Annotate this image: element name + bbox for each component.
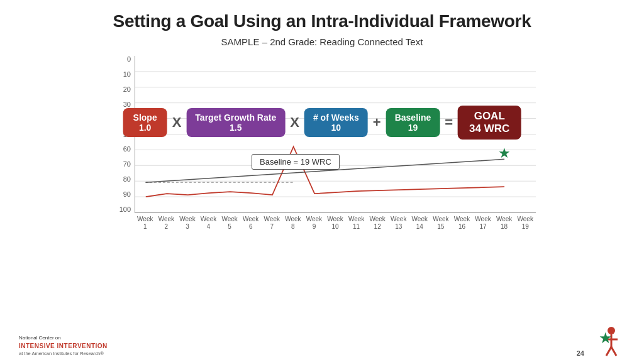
y-label-10: 10	[108, 71, 133, 78]
baseline-annotation: Baseline = 19 WRC	[252, 154, 340, 170]
op-plus: +	[373, 114, 381, 131]
y-label-60: 60	[108, 146, 133, 153]
x-label-17: Week17	[472, 216, 494, 231]
org-sub: at the American Institutes for Research®	[19, 351, 108, 358]
x-label-12: Week12	[367, 216, 388, 231]
x-label-7: Week7	[261, 216, 282, 231]
y-label-100: 100	[108, 206, 133, 213]
y-label-90: 90	[108, 191, 133, 198]
x-label-8: Week8	[282, 216, 304, 231]
y-label-80: 80	[108, 176, 133, 183]
x-label-13: Week13	[388, 216, 409, 231]
slope-label: Slope	[132, 112, 158, 123]
goal-label: GOAL	[469, 110, 509, 123]
weeks-label: # of Weeks	[313, 112, 359, 123]
x-label-6: Week6	[240, 216, 262, 231]
x-label-5: Week5	[219, 216, 240, 231]
footer-logo-text: National Center on INTENSIVE INTERVENTIO…	[19, 334, 108, 357]
x-label-1: Week1	[135, 216, 156, 231]
x-label-11: Week11	[346, 216, 367, 231]
tgr-label: Target Growth Rate	[195, 112, 276, 123]
weeks-value: 10	[313, 123, 359, 133]
x-label-14: Week14	[409, 216, 431, 231]
x-axis: Week1 Week2 Week3 Week4 Week5 Week6 Week…	[135, 213, 536, 238]
chart-title: SAMPLE – 2nd Grade: Reading Connected Te…	[221, 36, 423, 47]
x-label-16: Week16	[452, 216, 473, 231]
slide: Setting a Goal Using an Intra-Individual…	[0, 0, 644, 362]
y-label-0: 0	[108, 56, 133, 63]
y-label-70: 70	[108, 161, 133, 168]
svg-line-17	[611, 347, 616, 356]
formula-row: Slope 1.0 X Target Growth Rate 1.5 X # o…	[123, 106, 521, 140]
x-label-19: Week19	[514, 216, 536, 231]
baseline-formula-label: Baseline	[395, 112, 431, 123]
x-label-9: Week9	[304, 216, 325, 231]
x-labels: Week1 Week2 Week3 Week4 Week5 Week6 Week…	[135, 213, 536, 231]
x-label-3: Week3	[177, 216, 198, 231]
slope-box: Slope 1.0	[123, 108, 167, 137]
goal-value: 34 WRC	[469, 123, 509, 135]
chart-wrapper: 100 90 80 70 60 50 40 30 20 10 0	[108, 56, 536, 238]
page-number: 24	[577, 349, 584, 357]
page-title: Setting a Goal Using an Intra-Individual…	[25, 11, 619, 31]
y-label-20: 20	[108, 86, 133, 93]
baseline-formula-box: Baseline 19	[386, 108, 440, 137]
x-label-15: Week15	[430, 216, 452, 231]
org-line1: National Center on	[19, 334, 108, 341]
x-label-18: Week18	[494, 216, 515, 231]
svg-line-16	[606, 347, 611, 356]
op-x2: X	[290, 114, 299, 131]
svg-text:★: ★	[599, 329, 613, 346]
svg-text:★: ★	[498, 145, 511, 161]
goal-box: GOAL 34 WRC	[458, 106, 521, 140]
tgr-box: Target Growth Rate 1.5	[186, 108, 285, 137]
org-bold: INTENSIVE INTERVENTION	[19, 342, 108, 351]
tgr-value: 1.5	[195, 123, 276, 133]
op-x1: X	[172, 114, 182, 131]
op-eq: =	[445, 114, 453, 131]
weeks-box: # of Weeks 10	[304, 108, 368, 137]
baseline-formula-value: 19	[395, 123, 431, 133]
x-label-4: Week4	[198, 216, 219, 231]
x-label-10: Week10	[325, 216, 346, 231]
star-logo: ★	[587, 323, 625, 361]
slope-value: 1.0	[132, 123, 158, 133]
footer: National Center on INTENSIVE INTERVENTIO…	[19, 334, 108, 357]
x-label-2: Week2	[156, 216, 177, 231]
